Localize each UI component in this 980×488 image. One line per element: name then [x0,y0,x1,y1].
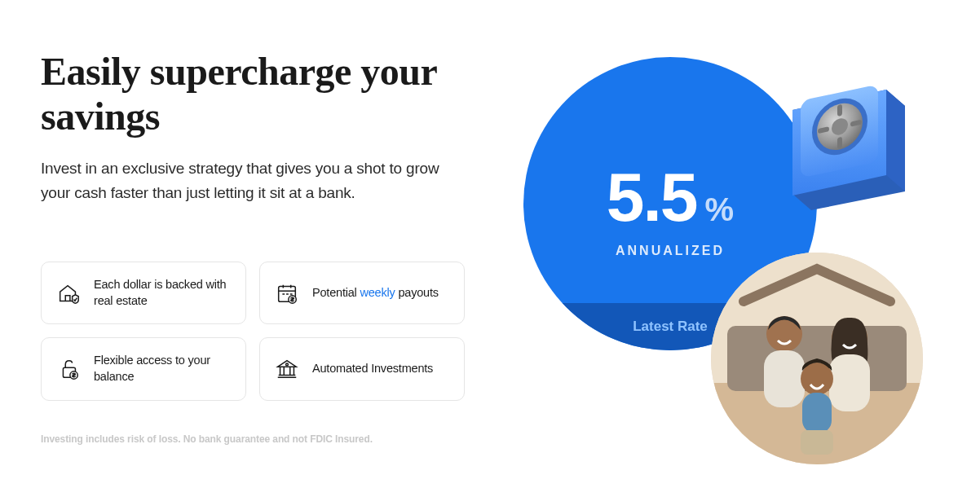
feature-text: Flexible access to your balance [94,353,232,385]
hero-graphic: 5.5 % ANNUALIZED Latest Rate [483,57,939,464]
house-shield-icon [55,279,82,307]
headline: Easily supercharge your savings [41,49,465,138]
calendar-dollar-icon [273,279,301,307]
feature-card-real-estate: Each dollar is backed with real estate [41,262,246,324]
features-grid: Each dollar is backed with real estate P… [41,262,465,400]
svg-rect-17 [764,350,805,407]
feature-card-flexible-access: Flexible access to your balance [41,337,246,400]
bank-icon [273,355,301,383]
feature-card-weekly-payouts: Potential weekly payouts [259,262,465,324]
safe-icon [776,73,915,212]
feature-text: Each dollar is backed with real estate [94,277,232,309]
rate-band-text: Latest Rate [633,319,708,335]
svg-rect-19 [829,354,870,411]
svg-rect-21 [802,393,832,433]
rate-value: 5.5 [607,158,697,237]
rate-label: ANNUALIZED [616,244,725,258]
feature-text: Potential weekly payouts [312,285,439,301]
feature-card-automated: Automated Investments [259,337,465,400]
svg-line-12 [853,122,859,124]
family-photo [711,253,923,464]
feature-text: Automated Investments [312,361,433,377]
disclaimer: Investing includes risk of loss. No bank… [41,433,465,445]
svg-point-4 [286,363,289,366]
svg-line-11 [820,130,827,131]
subtext: Invest in an exclusive strategy that giv… [41,156,465,204]
unlock-dollar-icon [55,355,82,383]
svg-rect-22 [801,430,833,455]
rate-percent: % [705,191,735,228]
